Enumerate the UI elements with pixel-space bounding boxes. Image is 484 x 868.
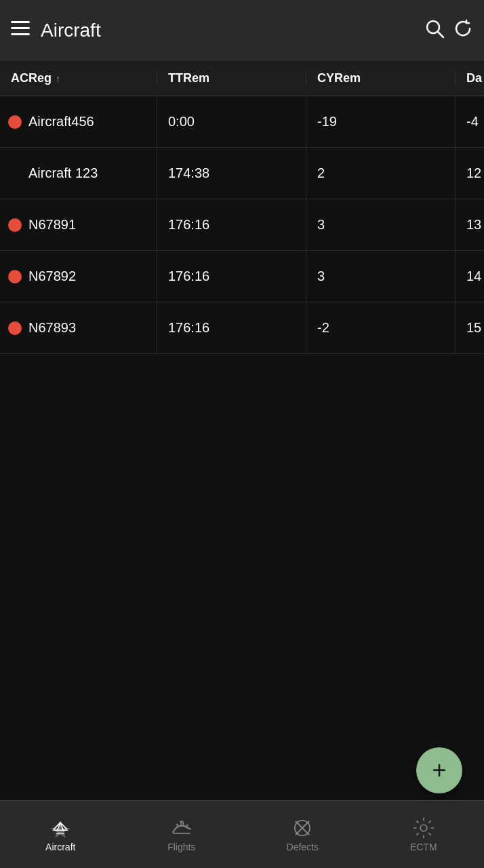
cell-cyrem-0: -19	[306, 96, 456, 147]
refresh-icon[interactable]	[453, 18, 473, 43]
nav-item-aircraft[interactable]: Aircraft	[0, 810, 121, 859]
cell-da-1: 12	[456, 148, 484, 199]
cell-cyrem-3: 3	[306, 251, 456, 302]
svg-rect-0	[11, 21, 30, 23]
nav-item-ectm[interactable]: ECTM	[363, 810, 485, 859]
table-row[interactable]: Aircraft 123 174:38 2 12	[0, 148, 484, 199]
svg-rect-2	[11, 33, 30, 35]
nav-item-flights[interactable]: Flights	[121, 810, 243, 859]
nav-label-aircraft: Aircraft	[45, 842, 75, 852]
nav-item-defects[interactable]: Defects	[242, 810, 363, 859]
svg-line-4	[438, 32, 443, 37]
sort-arrow-acreg: ↑	[56, 73, 60, 84]
cell-da-0: -4	[456, 96, 484, 147]
aircraft-icon	[49, 817, 71, 839]
ectm-icon	[413, 817, 435, 839]
cell-cyrem-2: 3	[306, 199, 456, 250]
cell-acreg-2: N67891	[0, 199, 157, 250]
col-header-cyrem[interactable]: CYRem	[306, 71, 456, 85]
status-dot-red	[8, 321, 22, 335]
header: Aircraft	[0, 0, 484, 61]
add-aircraft-button[interactable]: +	[416, 747, 462, 793]
cell-acreg-3: N67892	[0, 251, 157, 302]
cell-acreg-4: N67893	[0, 302, 157, 353]
cell-ttrem-1: 174:38	[157, 148, 306, 199]
svg-point-11	[420, 825, 427, 831]
status-dot-red	[8, 270, 22, 283]
cell-ttrem-3: 176:16	[157, 251, 306, 302]
nav-label-ectm: ECTM	[410, 842, 437, 852]
status-dot-red	[8, 115, 22, 129]
table-row[interactable]: N67892 176:16 3 14	[0, 251, 484, 302]
header-actions	[424, 18, 473, 43]
cell-da-3: 14	[456, 251, 484, 302]
table-header: ACReg ↑ TTRem CYRem Da	[0, 61, 484, 96]
col-header-ttrem[interactable]: TTRem	[157, 71, 306, 85]
aircraft-name-4: N67893	[28, 320, 76, 336]
cell-ttrem-2: 176:16	[157, 199, 306, 250]
cell-cyrem-1: 2	[306, 148, 456, 199]
search-icon[interactable]	[424, 18, 445, 43]
page-title: Aircraft	[41, 20, 414, 41]
col-header-acreg[interactable]: ACReg ↑	[0, 71, 157, 85]
table-body: Aircraft456 0:00 -19 -4 Aircraft 123 174…	[0, 96, 484, 354]
svg-rect-1	[11, 27, 30, 29]
flights-icon	[171, 817, 193, 839]
table-row[interactable]: N67891 176:16 3 13	[0, 199, 484, 251]
status-dot-none	[8, 167, 22, 180]
cell-da-4: 15	[456, 302, 484, 353]
status-dot-red	[8, 218, 22, 232]
bottom-nav: Aircraft Flights Defects	[0, 800, 484, 868]
cell-da-2: 13	[456, 199, 484, 250]
cell-cyrem-4: -2	[306, 302, 456, 353]
aircraft-name-2: N67891	[28, 217, 76, 233]
cell-acreg-1: Aircraft 123	[0, 148, 157, 199]
cell-ttrem-4: 176:16	[157, 302, 306, 353]
nav-label-defects: Defects	[287, 842, 319, 852]
col-header-da[interactable]: Da	[456, 71, 484, 85]
table-row[interactable]: Aircraft456 0:00 -19 -4	[0, 96, 484, 148]
aircraft-name-0: Aircraft456	[28, 114, 94, 130]
aircraft-name-3: N67892	[28, 269, 76, 284]
aircraft-name-1: Aircraft 123	[28, 165, 98, 181]
add-icon: +	[432, 758, 446, 783]
filter-icon[interactable]	[11, 21, 30, 40]
table-row[interactable]: N67893 176:16 -2 15	[0, 302, 484, 354]
cell-ttrem-0: 0:00	[157, 96, 306, 147]
nav-label-flights: Flights	[167, 842, 195, 852]
cell-acreg-0: Aircraft456	[0, 96, 157, 147]
defects-icon	[291, 817, 313, 839]
